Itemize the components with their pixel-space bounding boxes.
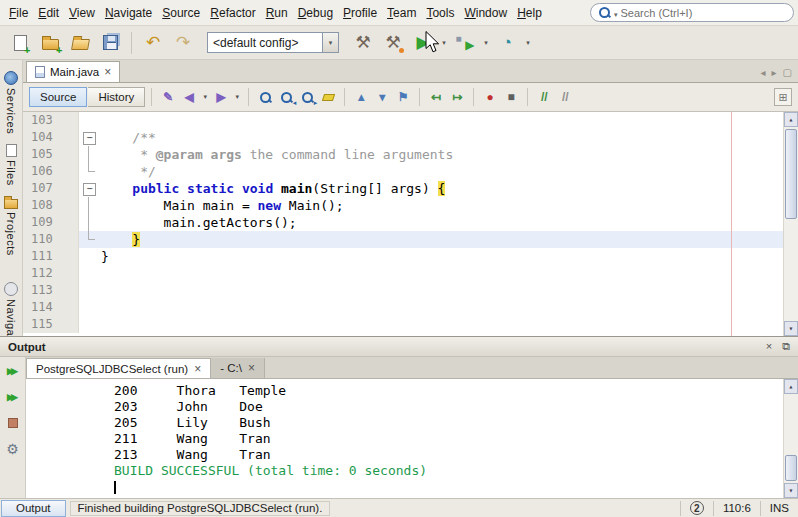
find-selection-button[interactable] — [255, 87, 275, 107]
profile-project-dropdown-icon[interactable] — [523, 29, 533, 57]
menu-navigate[interactable]: Navigate — [100, 3, 157, 23]
code-line: 110 } — [23, 231, 798, 248]
config-select[interactable]: <default config> — [207, 32, 339, 53]
next-bookmark-button[interactable]: ▾ — [372, 87, 392, 107]
quick-search-box[interactable] — [590, 3, 794, 22]
shift-right-button[interactable]: ↦ — [447, 87, 467, 107]
menu-file[interactable]: File — [4, 3, 33, 23]
sidebar-tab-projects[interactable]: Projects — [0, 191, 22, 261]
new-file-button[interactable] — [6, 29, 34, 57]
notifications-badge[interactable]: 2 — [690, 501, 704, 515]
close-output-icon[interactable]: × — [766, 341, 772, 352]
output-tab[interactable]: - C:\ — [211, 358, 265, 378]
code-line: 103 — [23, 112, 798, 129]
back-button[interactable]: ◀ — [179, 87, 199, 107]
new-project-button[interactable] — [36, 29, 64, 57]
search-dropdown-icon[interactable] — [614, 6, 618, 20]
fold-guide — [79, 112, 101, 129]
statusbar-output-button[interactable]: Output — [1, 500, 66, 517]
line-number: 109 — [23, 214, 79, 231]
line-number: 114 — [23, 299, 79, 316]
menu-profile[interactable]: Profile — [338, 3, 382, 23]
editor-scroll-down-icon[interactable] — [784, 321, 798, 336]
menu-help[interactable]: Help — [512, 3, 547, 23]
stop-macro-recording-icon: ■ — [508, 91, 515, 103]
tab-close-icon[interactable] — [104, 66, 111, 78]
menu-run[interactable]: Run — [261, 3, 293, 23]
rerun-button[interactable]: ▶▶ — [3, 362, 23, 379]
netbeans-window: FileEditViewNavigateSourceRefactorRunDeb… — [0, 0, 798, 517]
output-scrollbar-thumb[interactable] — [785, 455, 797, 481]
output-scrollbar[interactable] — [783, 379, 798, 498]
main-area: ServicesFilesProjectsNavigator Main.java… — [0, 60, 798, 336]
editor-body[interactable]: 103104 /**105 * @param args the command … — [23, 112, 798, 336]
back-dropdown-icon[interactable] — [200, 83, 210, 111]
output-scroll-down-icon[interactable] — [784, 483, 798, 498]
toggle-highlight-search-button[interactable] — [318, 87, 338, 107]
forward-dropdown-icon[interactable] — [232, 83, 242, 111]
profile-project-button[interactable]: ◔ — [493, 29, 521, 57]
search-input[interactable] — [621, 7, 786, 19]
fold-toggle-icon[interactable] — [79, 180, 101, 197]
previous-bookmark-button[interactable]: ▴ — [351, 87, 371, 107]
sidebar-tab-services[interactable]: Services — [0, 66, 22, 139]
output-tab[interactable]: PostgreSQLJDBCSelect (run) — [26, 358, 211, 378]
debug-project-button[interactable] — [451, 29, 479, 57]
redo-button[interactable]: ↷ — [169, 29, 197, 57]
tab-scroll-right-icon[interactable]: ▸ — [772, 68, 777, 78]
float-window-icon[interactable]: ⧉ — [782, 341, 790, 352]
forward-button[interactable]: ▶ — [211, 87, 231, 107]
uncomment-button[interactable]: // — [555, 87, 575, 107]
menu-tools[interactable]: Tools — [421, 3, 459, 23]
start-macro-recording-button[interactable]: ● — [480, 87, 500, 107]
view-button-history[interactable]: History — [88, 87, 145, 107]
menu-window[interactable]: Window — [459, 3, 512, 23]
tab-close-icon[interactable] — [248, 362, 255, 374]
ant-settings-button[interactable]: ⚙ — [3, 440, 23, 457]
output-line: 203 John Doe — [114, 399, 782, 415]
find-previous-button[interactable]: ◂ — [276, 87, 296, 107]
save-all-button[interactable] — [96, 29, 124, 57]
tab-controls: ◂▸▢ — [760, 68, 798, 82]
config-dropdown-icon[interactable] — [322, 33, 338, 52]
stop-macro-recording-button[interactable]: ■ — [501, 87, 521, 107]
split-editor-button[interactable]: ⊞ — [774, 88, 792, 106]
tab-close-icon[interactable] — [194, 363, 201, 375]
rerun-debug-icon: ▶▶ — [7, 392, 18, 402]
editor-tab-main-java[interactable]: Main.java — [26, 61, 120, 82]
rerun-debug-button[interactable]: ▶▶ — [3, 388, 23, 405]
comment-icon: // — [541, 91, 548, 103]
output-body[interactable]: 200 Thora Temple203 John Doe205 Lily Bus… — [26, 379, 798, 498]
undo-button[interactable]: ↶ — [139, 29, 167, 57]
fold-toggle-icon[interactable] — [79, 129, 101, 146]
clean-build-project-button[interactable]: ⚒ — [379, 29, 407, 57]
last-edit-position-button[interactable]: ✎ — [158, 87, 178, 107]
code-line: 105 * @param args the command line argum… — [23, 146, 798, 163]
editor-scrollbar-thumb[interactable] — [785, 129, 797, 219]
menu-source[interactable]: Source — [157, 3, 205, 23]
projects-icon — [4, 199, 18, 209]
output-main: ▶▶▶▶⚙ PostgreSQLJDBCSelect (run)- C:\ 20… — [0, 357, 798, 498]
menu-team[interactable]: Team — [382, 3, 421, 23]
maximize-window-icon[interactable]: ▢ — [783, 68, 792, 78]
menu-view[interactable]: View — [64, 3, 100, 23]
find-next-button[interactable]: ▸ — [297, 87, 317, 107]
output-scroll-up-icon[interactable] — [784, 379, 798, 394]
menu-debug[interactable]: Debug — [293, 3, 338, 23]
build-project-button[interactable]: ⚒ — [349, 29, 377, 57]
sidebar-tab-files[interactable]: Files — [0, 139, 22, 191]
comment-button[interactable]: // — [534, 87, 554, 107]
view-button-source[interactable]: Source — [29, 87, 87, 107]
shift-left-button[interactable]: ↤ — [426, 87, 446, 107]
output-header[interactable]: Output ×⧉ — [0, 337, 798, 357]
tab-scroll-left-icon[interactable]: ◂ — [760, 68, 765, 78]
editor-scrollbar[interactable] — [783, 112, 798, 336]
menu-refactor[interactable]: Refactor — [205, 3, 260, 23]
output-tab-label: - C:\ — [220, 362, 242, 374]
menu-edit[interactable]: Edit — [33, 3, 64, 23]
editor-scroll-up-icon[interactable] — [784, 112, 798, 127]
debug-project-dropdown-icon[interactable] — [481, 29, 491, 57]
stop-build-button[interactable] — [3, 414, 23, 431]
open-project-button[interactable] — [66, 29, 94, 57]
toggle-bookmark-button[interactable]: ⚑ — [393, 87, 413, 107]
